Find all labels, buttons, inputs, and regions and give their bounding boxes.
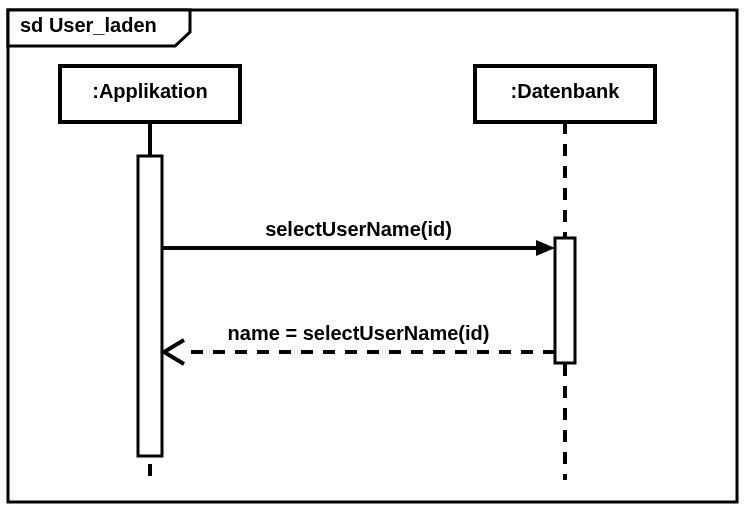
sequence-diagram: sd User_laden :Applikation :Datenbank se… xyxy=(0,0,747,512)
participant-label-applikation: :Applikation xyxy=(60,80,240,103)
diagram-canvas xyxy=(0,0,747,512)
activation-datenbank xyxy=(555,238,575,363)
diagram-title: sd User_laden xyxy=(20,14,157,37)
message-label-return: name = selectUserName(id) xyxy=(162,322,555,345)
participant-label-datenbank: :Datenbank xyxy=(475,80,655,103)
message-call-selectusername xyxy=(162,240,555,256)
message-label-call: selectUserName(id) xyxy=(162,218,555,241)
svg-rect-7 xyxy=(555,238,575,363)
svg-marker-9 xyxy=(536,240,555,256)
svg-rect-6 xyxy=(138,156,162,456)
activation-applikation xyxy=(138,156,162,456)
